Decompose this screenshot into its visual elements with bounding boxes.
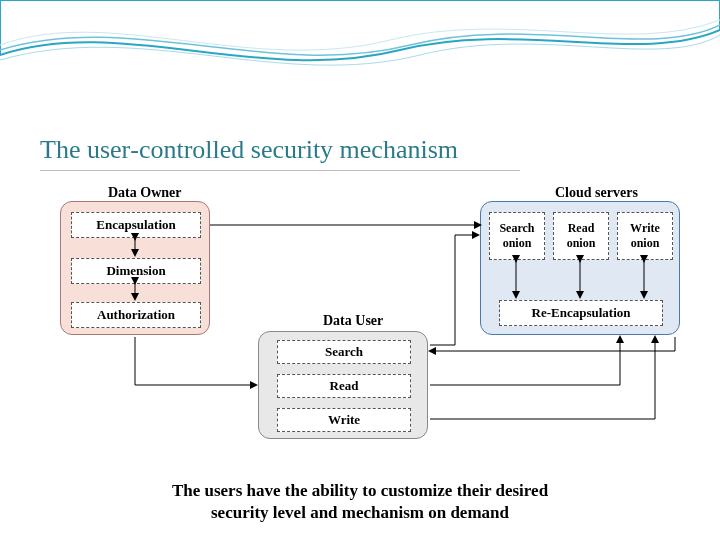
label-data-user: Data User — [323, 313, 383, 329]
box-write-onion: Write onion — [617, 212, 673, 260]
box-write: Write — [277, 408, 411, 432]
box-search-onion: Search onion — [489, 212, 545, 260]
box-read: Read — [277, 374, 411, 398]
box-dimension: Dimension — [71, 258, 201, 284]
box-authorization: Authorization — [71, 302, 201, 328]
diagram-canvas: Data Owner Encapsulation Dimension Autho… — [60, 185, 680, 445]
box-search: Search — [277, 340, 411, 364]
label-data-owner: Data Owner — [108, 185, 182, 201]
box-data-user: Search Read Write — [258, 331, 428, 439]
label-cloud-servers: Cloud servers — [555, 185, 638, 201]
box-cloud-servers: Search onion Read onion Write onion Re-E… — [480, 201, 680, 335]
box-encapsulation: Encapsulation — [71, 212, 201, 238]
caption: The users have the ability to customize … — [0, 480, 720, 524]
box-read-onion: Read onion — [553, 212, 609, 260]
title-underline — [40, 170, 520, 171]
page-title: The user‑controlled security mechanism — [40, 135, 458, 165]
decorative-wave — [0, 0, 720, 100]
box-re-encapsulation: Re-Encapsulation — [499, 300, 663, 326]
box-data-owner: Encapsulation Dimension Authorization — [60, 201, 210, 335]
